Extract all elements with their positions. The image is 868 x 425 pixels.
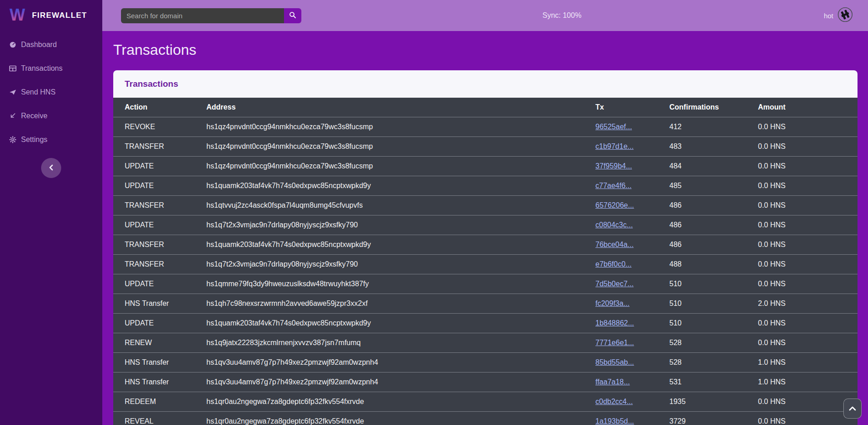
sidebar-item-label: Send HNS [21, 88, 56, 96]
handshake-logo-icon [837, 7, 853, 24]
sidebar-item-receive[interactable]: Receive [0, 104, 102, 128]
table-row: TRANSFER hs1quamk203taf4vk7h74s0edxpwc85… [113, 235, 857, 255]
address-cell: hs1qv3uu4amv87g7p7h49xez2pmzwjf92am0wzpn… [195, 373, 584, 392]
sidebar-item-dashboard[interactable]: Dashboard [0, 33, 102, 57]
confirmations-cell: 3729 [658, 412, 747, 425]
confirmations-cell: 528 [658, 333, 747, 353]
action-cell: TRANSFER [113, 196, 195, 215]
confirmations-cell: 531 [658, 373, 747, 392]
sidebar-collapse-button[interactable] [41, 158, 61, 178]
column-header-confirmations: Confirmations [658, 98, 747, 117]
confirmations-cell: 510 [658, 314, 747, 333]
address-cell: hs1q7t2x3vmjac9n7drlapy08nyjyscjz9xsfky7… [195, 215, 584, 235]
amount-cell: 1.0 HNS [747, 353, 857, 373]
transactions-table: Action Address Tx Confirmations Amount R… [113, 98, 857, 425]
sidebar-item-label: Receive [21, 112, 47, 120]
confirmations-cell: 486 [658, 235, 747, 255]
action-cell: REVOKE [113, 117, 195, 137]
tx-link[interactable]: c0db2cc4... [595, 398, 633, 405]
page-title: Transactions [113, 42, 857, 57]
tx-link[interactable]: 96525aef... [595, 123, 632, 131]
tx-link[interactable]: c77ae4f6... [595, 182, 631, 189]
tx-link[interactable]: 1b848862... [595, 319, 634, 327]
amount-cell: 0.0 HNS [747, 314, 857, 333]
svg-text:W: W [10, 5, 25, 24]
table-row: HNS Transfer hs1qv3uu4amv87g7p7h49xez2pm… [113, 373, 857, 392]
table-row: REVEAL hs1qr0au2ngegwa7za8gdeptc6fp32fkv… [113, 412, 857, 425]
amount-cell: 0.0 HNS [747, 117, 857, 137]
wallet-name: hot [824, 12, 833, 20]
search-group [121, 8, 301, 23]
tx-link[interactable]: 7771e6e1... [595, 339, 634, 346]
tx-link[interactable]: 7d5b0ec7... [595, 280, 634, 288]
tx-link[interactable]: 76bce04a... [595, 241, 634, 248]
action-cell: TRANSFER [113, 137, 195, 157]
address-cell: hs1qv3uu4amv87g7p7h49xez2pmzwjf92am0wzpn… [195, 353, 584, 373]
sidebar-item-settings[interactable]: Settings [0, 128, 102, 152]
address-cell: hs1qr0au2ngegwa7za8gdeptc6fp32fkv554fxrv… [195, 392, 584, 412]
amount-cell: 0.0 HNS [747, 137, 857, 157]
table-row: HNS Transfer hs1qv3uu4amv87g7p7h49xez2pm… [113, 353, 857, 373]
tx-link[interactable]: c0804c3c... [595, 221, 633, 229]
amount-cell: 2.0 HNS [747, 294, 857, 314]
tx-link[interactable]: c1b97d1e... [595, 142, 634, 150]
table-header-row: Action Address Tx Confirmations Amount [113, 98, 857, 117]
tx-link[interactable]: fc209f3a... [595, 299, 630, 307]
address-cell: hs1qh7c98nexsrzwrmnh2avved6awe59jzpr3xx2… [195, 294, 584, 314]
amount-cell: 0.0 HNS [747, 392, 857, 412]
confirmations-cell: 486 [658, 215, 747, 235]
sidebar-item-label: Dashboard [21, 41, 57, 49]
send-icon [9, 89, 16, 96]
transactions-card: Transactions Action Address Tx Confirmat… [113, 70, 857, 425]
scroll-to-top-button[interactable] [843, 399, 862, 419]
table-row: REVOKE hs1qz4pnvdnt0ccg94nmkhcu0ezca79wc… [113, 117, 857, 137]
transactions-icon [9, 65, 16, 72]
tx-link[interactable]: 85bd55ab... [595, 358, 634, 366]
action-cell: UPDATE [113, 314, 195, 333]
table-row: HNS Transfer hs1qh7c98nexsrzwrmnh2avved6… [113, 294, 857, 314]
table-body: REVOKE hs1qz4pnvdnt0ccg94nmkhcu0ezca79wc… [113, 117, 857, 425]
sidebar-item-transactions[interactable]: Transactions [0, 57, 102, 80]
column-header-tx: Tx [584, 98, 658, 117]
table-row: UPDATE hs1quamk203taf4vk7h74s0edxpwc85nc… [113, 176, 857, 196]
action-cell: UPDATE [113, 215, 195, 235]
tx-link[interactable]: 37f959b4... [595, 162, 632, 170]
confirmations-cell: 412 [658, 117, 747, 137]
confirmations-cell: 486 [658, 196, 747, 215]
amount-cell: 0.0 HNS [747, 196, 857, 215]
search-icon [289, 11, 296, 20]
table-row: UPDATE hs1q7t2x3vmjac9n7drlapy08nyjyscjz… [113, 215, 857, 235]
amount-cell: 0.0 HNS [747, 235, 857, 255]
table-row: UPDATE hs1qmme79fq3dy9hweuzuslksdw48trwu… [113, 274, 857, 294]
amount-cell: 1.0 HNS [747, 373, 857, 392]
brand[interactable]: W FIREWALLET [0, 0, 102, 31]
address-cell: hs1quamk203taf4vk7h74s0edxpwc85ncptxwpkd… [195, 314, 584, 333]
amount-cell: 0.0 HNS [747, 157, 857, 176]
tx-link[interactable]: 1a193b5d... [595, 417, 634, 425]
search-input[interactable] [121, 8, 284, 23]
column-header-address: Address [195, 98, 584, 117]
sidebar: W FIREWALLET Dashboard [0, 0, 102, 425]
confirmations-cell: 1935 [658, 392, 747, 412]
tx-link[interactable]: e7b6f0c0... [595, 260, 631, 268]
confirmations-cell: 488 [658, 255, 747, 274]
amount-cell: 0.0 HNS [747, 412, 857, 425]
column-header-amount: Amount [747, 98, 857, 117]
search-button[interactable] [284, 8, 301, 23]
address-cell: hs1q7t2x3vmjac9n7drlapy08nyjyscjz9xsfky7… [195, 255, 584, 274]
address-cell: hs1qz4pnvdnt0ccg94nmkhcu0ezca79wc3s8fucs… [195, 137, 584, 157]
sidebar-item-send-hns[interactable]: Send HNS [0, 80, 102, 104]
confirmations-cell: 528 [658, 353, 747, 373]
action-cell: HNS Transfer [113, 294, 195, 314]
sync-status: Sync: 100% [542, 0, 581, 31]
firewallet-logo-icon: W [8, 5, 26, 26]
card-header: Transactions [113, 70, 857, 98]
tx-link[interactable]: ffaa7a18... [595, 378, 630, 386]
address-cell: hs1qtvvuj2zc4asck0fspa7l4uqm8umg45cfvupv… [195, 196, 584, 215]
wallet-menu[interactable]: hot [824, 0, 853, 31]
confirmations-cell: 484 [658, 157, 747, 176]
tx-link[interactable]: 6576206e... [595, 201, 634, 209]
address-cell: hs1qz4pnvdnt0ccg94nmkhcu0ezca79wc3s8fucs… [195, 117, 584, 137]
table-row: REDEEM hs1qr0au2ngegwa7za8gdeptc6fp32fkv… [113, 392, 857, 412]
chevron-left-icon [48, 164, 54, 172]
